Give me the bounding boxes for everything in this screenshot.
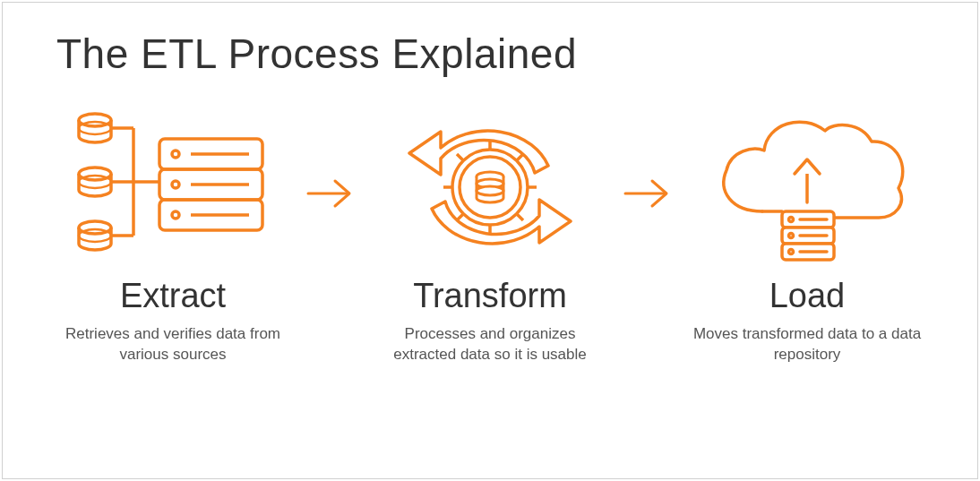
transform-gear-icon <box>374 103 606 273</box>
step-load-desc: Moves transformed data to a data reposit… <box>691 324 924 365</box>
arrow-extract-to-transform <box>300 108 363 279</box>
svg-point-13 <box>172 181 179 188</box>
load-cloud-icon <box>691 103 924 273</box>
step-extract-title: Extract <box>120 277 226 315</box>
svg-point-1 <box>79 122 111 134</box>
svg-point-14 <box>172 211 179 219</box>
svg-point-5 <box>79 229 111 242</box>
svg-point-3 <box>79 176 111 188</box>
step-transform-title: Transform <box>413 277 567 315</box>
step-transform: Transform Processes and organizes extrac… <box>374 103 606 365</box>
diagram-title: The ETL Process Explained <box>56 30 924 78</box>
svg-point-24 <box>477 186 503 195</box>
step-transform-desc: Processes and organizes extracted data s… <box>374 324 606 365</box>
svg-point-33 <box>789 249 794 253</box>
extract-sources-icon <box>56 103 289 273</box>
arrow-transform-to-load <box>617 108 680 279</box>
step-extract: Extract Retrieves and verifies data from… <box>56 103 289 365</box>
diagram-frame: The ETL Process Explained <box>2 2 978 479</box>
svg-point-31 <box>789 217 794 221</box>
step-extract-desc: Retrieves and verifies data from various… <box>56 324 289 365</box>
step-load: Load Moves transformed data to a data re… <box>691 103 924 365</box>
steps-row: Extract Retrieves and verifies data from… <box>56 103 924 365</box>
svg-point-12 <box>172 150 179 158</box>
step-load-title: Load <box>769 277 846 315</box>
svg-point-32 <box>789 233 794 237</box>
